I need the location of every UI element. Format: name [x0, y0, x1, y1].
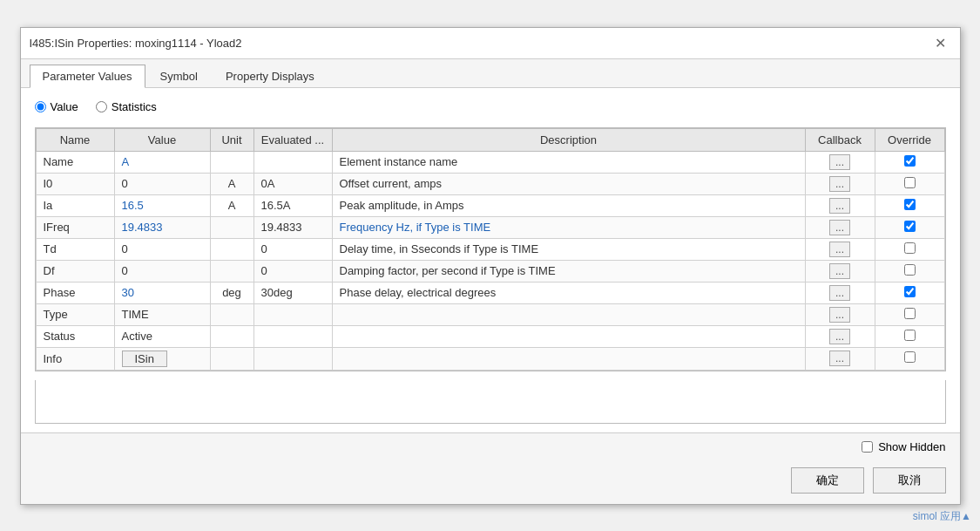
show-hidden-row: Show Hidden — [35, 440, 946, 453]
override-checkbox[interactable] — [904, 264, 916, 276]
tab-property-displays[interactable]: Property Displays — [213, 65, 328, 87]
cell-override[interactable] — [875, 151, 944, 173]
cell-evaluated — [253, 151, 332, 173]
override-checkbox[interactable] — [904, 155, 916, 167]
callback-button[interactable]: ... — [829, 242, 850, 257]
cell-evaluated: 0 — [253, 238, 332, 260]
override-checkbox[interactable] — [904, 177, 916, 188]
cell-evaluated: 30deg — [253, 282, 332, 303]
cell-override[interactable] — [875, 238, 944, 260]
cell-name: Type — [36, 303, 114, 325]
callback-button[interactable]: ... — [829, 329, 850, 344]
callback-button[interactable]: ... — [829, 307, 850, 323]
callback-button[interactable]: ... — [829, 263, 850, 279]
cell-callback[interactable]: ... — [805, 260, 875, 282]
cell-description — [332, 325, 805, 347]
override-checkbox[interactable] — [904, 286, 916, 297]
table-row[interactable]: Ia16.5A16.5APeak amplitude, in Amps... — [36, 194, 944, 216]
table-row[interactable]: Phase30deg30degPhase delay, electrical d… — [36, 282, 944, 303]
cell-value[interactable]: A — [114, 151, 210, 173]
table-row[interactable]: Df00Damping factor, per second if Type i… — [36, 260, 944, 282]
cell-value[interactable]: ISin — [114, 347, 210, 370]
callback-button[interactable]: ... — [829, 220, 850, 235]
cell-override[interactable] — [875, 325, 944, 347]
cell-override[interactable] — [875, 303, 944, 325]
override-checkbox[interactable] — [904, 221, 916, 232]
show-hidden-checkbox[interactable] — [862, 441, 873, 453]
cell-callback[interactable]: ... — [805, 194, 875, 216]
cell-value[interactable]: 19.4833 — [114, 216, 210, 238]
cell-value[interactable]: 16.5 — [114, 194, 210, 216]
window-title: I485:ISin Properties: moxing1114 - Yload… — [30, 37, 242, 50]
bottom-section: Show Hidden 确定 取消 — [21, 432, 960, 504]
header-description: Description — [332, 128, 805, 151]
override-checkbox[interactable] — [904, 199, 916, 210]
table-row[interactable]: InfoISin... — [36, 347, 944, 370]
cell-callback[interactable]: ... — [805, 347, 875, 370]
cell-override[interactable] — [875, 282, 944, 303]
header-name: Name — [36, 128, 114, 151]
radio-value[interactable] — [35, 101, 46, 112]
cell-unit: deg — [210, 282, 253, 303]
callback-button[interactable]: ... — [829, 198, 850, 214]
cell-value[interactable]: 30 — [114, 282, 210, 303]
cell-override[interactable] — [875, 347, 944, 370]
empty-area — [35, 380, 946, 424]
callback-button[interactable]: ... — [829, 176, 850, 192]
callback-button[interactable]: ... — [829, 351, 850, 366]
cell-unit — [210, 260, 253, 282]
show-hidden-label: Show Hidden — [878, 440, 945, 453]
cell-override[interactable] — [875, 216, 944, 238]
cell-override[interactable] — [875, 260, 944, 282]
cell-value[interactable]: 0 — [114, 238, 210, 260]
cell-unit — [210, 151, 253, 173]
cell-description: Phase delay, electrical degrees — [332, 282, 805, 303]
cell-callback[interactable]: ... — [805, 303, 875, 325]
radio-statistics-label[interactable]: Statistics — [96, 100, 157, 113]
override-checkbox[interactable] — [904, 308, 916, 319]
cell-unit — [210, 347, 253, 370]
cell-callback[interactable]: ... — [805, 325, 875, 347]
cell-override[interactable] — [875, 194, 944, 216]
parameter-table-container: Name Value Unit Evaluated ... Descriptio… — [35, 127, 946, 371]
confirm-button[interactable]: 确定 — [791, 467, 864, 494]
table-row[interactable]: TypeTIME... — [36, 303, 944, 325]
radio-value-label[interactable]: Value — [35, 100, 78, 113]
table-row[interactable]: StatusActive... — [36, 325, 944, 347]
callback-button[interactable]: ... — [829, 154, 850, 170]
radio-statistics[interactable] — [96, 101, 107, 112]
info-button[interactable]: ISin — [122, 351, 167, 367]
cell-description — [332, 347, 805, 370]
tab-symbol[interactable]: Symbol — [147, 65, 211, 87]
cell-name: Name — [36, 151, 114, 173]
cell-evaluated — [253, 303, 332, 325]
cell-value[interactable]: Active — [114, 325, 210, 347]
cell-callback[interactable]: ... — [805, 216, 875, 238]
cell-evaluated: 16.5A — [253, 194, 332, 216]
override-checkbox[interactable] — [904, 330, 916, 341]
override-checkbox[interactable] — [904, 242, 916, 254]
cell-override[interactable] — [875, 173, 944, 194]
cell-value[interactable]: TIME — [114, 303, 210, 325]
radio-group: Value Statistics — [35, 97, 946, 117]
tab-parameter-values[interactable]: Parameter Values — [30, 65, 145, 88]
cell-callback[interactable]: ... — [805, 238, 875, 260]
table-row[interactable]: I00A0AOffset current, amps... — [36, 173, 944, 194]
table-row[interactable]: IFreq19.483319.4833Frequency Hz, if Type… — [36, 216, 944, 238]
cell-description: Frequency Hz, if Type is TIME — [332, 216, 805, 238]
cell-callback[interactable]: ... — [805, 282, 875, 303]
cell-callback[interactable]: ... — [805, 151, 875, 173]
table-row[interactable]: Td00Delay time, in Sseconds if Type is T… — [36, 238, 944, 260]
cell-name: Ia — [36, 194, 114, 216]
cell-value[interactable]: 0 — [114, 260, 210, 282]
cell-callback[interactable]: ... — [805, 173, 875, 194]
cell-value[interactable]: 0 — [114, 173, 210, 194]
header-value: Value — [114, 128, 210, 151]
table-row[interactable]: NameAElement instance name... — [36, 151, 944, 173]
close-button[interactable]: ✕ — [929, 33, 951, 53]
cancel-button[interactable]: 取消 — [873, 467, 946, 494]
override-checkbox[interactable] — [904, 351, 916, 363]
callback-button[interactable]: ... — [829, 285, 850, 301]
radio-statistics-text: Statistics — [112, 100, 157, 113]
header-unit: Unit — [210, 128, 253, 151]
